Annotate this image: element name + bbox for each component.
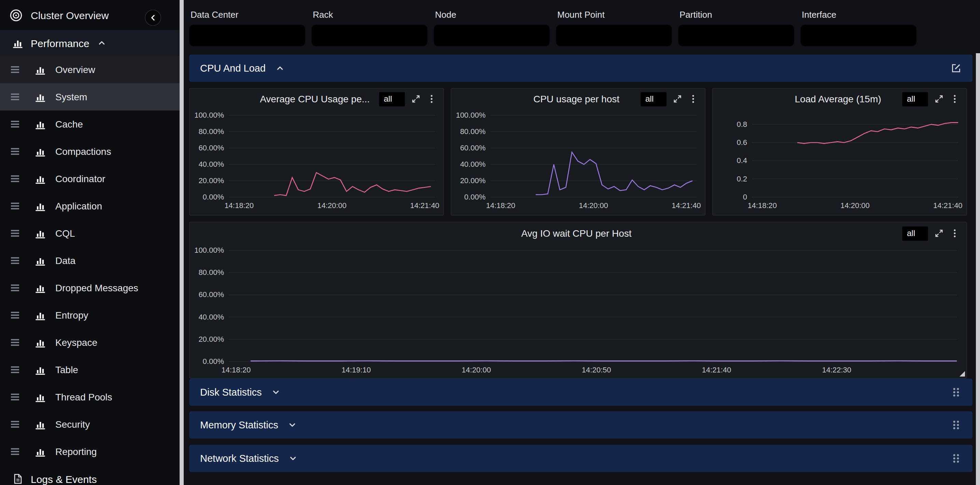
sidebar-item-compactions[interactable]: Compactions xyxy=(0,138,180,165)
data-center-input[interactable] xyxy=(189,25,305,46)
partition-input[interactable] xyxy=(678,25,794,46)
row-disk-statistics[interactable]: Disk Statistics xyxy=(189,379,972,406)
chevron-down-icon xyxy=(272,387,281,397)
chart-avg-io-wait[interactable]: 0.00%20.00%40.00%60.00%80.00%100.00%14:1… xyxy=(190,244,965,377)
drag-handle-icon[interactable] xyxy=(10,201,21,211)
host-select[interactable]: all xyxy=(902,92,928,106)
row-network-statistics[interactable]: Network Statistics xyxy=(189,445,972,472)
sidebar-item-thread-pools[interactable]: Thread Pools xyxy=(0,384,180,411)
drag-handle-icon[interactable] xyxy=(10,391,21,403)
interface-input[interactable] xyxy=(800,25,916,46)
sidebar-item-label: Thread Pools xyxy=(55,391,112,403)
node-input[interactable] xyxy=(434,25,550,46)
page-scrollbar[interactable] xyxy=(976,53,980,485)
sidebar-item-system[interactable]: System xyxy=(0,83,180,111)
sidebar: Cluster Overview Performance Overview Sy… xyxy=(0,0,184,485)
chart-load-average[interactable]: 00.20.40.60.814:18:2014:20:0014:21:40 xyxy=(713,109,966,212)
expand-panel-button[interactable] xyxy=(411,94,421,104)
sidebar-collapse-button[interactable] xyxy=(145,10,161,26)
drag-handle-icon[interactable] xyxy=(10,119,21,130)
panel-title[interactable]: Load Average (15m) xyxy=(780,94,896,105)
panel-avg-io-wait: Avg IO wait CPU per Host all 0.00%20.00%… xyxy=(189,222,967,379)
section-label: Performance xyxy=(31,37,89,49)
host-select[interactable]: all xyxy=(641,92,667,106)
host-select[interactable]: all xyxy=(902,226,928,241)
svg-text:0.4: 0.4 xyxy=(737,156,747,165)
drag-grip-icon[interactable] xyxy=(951,453,962,464)
drag-handle-icon[interactable] xyxy=(10,91,21,102)
row-memory-statistics[interactable]: Memory Statistics xyxy=(189,411,972,439)
mount-point-input[interactable] xyxy=(556,25,672,46)
panel-title[interactable]: CPU usage per host xyxy=(518,94,635,105)
filter-label: Rack xyxy=(313,10,428,20)
kebab-menu-icon xyxy=(688,94,698,104)
expand-panel-button[interactable] xyxy=(934,228,944,238)
drag-grip-icon[interactable] xyxy=(951,420,962,430)
panel-menu-button[interactable] xyxy=(950,228,959,238)
svg-text:14:20:00: 14:20:00 xyxy=(840,201,870,210)
chart-average-cpu-usage[interactable]: 0.00%20.00%40.00%60.00%80.00%100.00%14:1… xyxy=(190,109,443,212)
panel-menu-button[interactable] xyxy=(950,94,959,104)
chart-cpu-usage-per-host[interactable]: 0.00%20.00%40.00%60.00%80.00%100.00%14:1… xyxy=(452,109,705,212)
sidebar-item-dropped-messages[interactable]: Dropped Messages xyxy=(0,274,180,301)
drag-handle-icon[interactable] xyxy=(10,255,21,266)
sidebar-item-reporting[interactable]: Reporting xyxy=(0,438,180,465)
svg-text:80.00%: 80.00% xyxy=(198,268,224,277)
drag-handle-icon[interactable] xyxy=(10,446,21,457)
sidebar-item-keyspace[interactable]: Keyspace xyxy=(0,329,180,356)
svg-text:14:20:00: 14:20:00 xyxy=(579,201,608,210)
sidebar-item-cql[interactable]: CQL xyxy=(0,220,180,247)
sidebar-item-cache[interactable]: Cache xyxy=(0,111,180,138)
sidebar-item-table[interactable]: Table xyxy=(0,356,180,384)
drag-grip-icon[interactable] xyxy=(951,387,962,398)
drag-handle-icon[interactable] xyxy=(10,337,21,348)
svg-text:40.00%: 40.00% xyxy=(460,160,485,168)
svg-text:14:18:20: 14:18:20 xyxy=(486,201,515,210)
sidebar-item-security[interactable]: Security xyxy=(0,411,180,438)
panel-title[interactable]: Average CPU Usage pe... xyxy=(257,94,373,105)
sidebar-section-performance[interactable]: Performance xyxy=(0,30,180,56)
sidebar-item-label: Keyspace xyxy=(55,337,97,348)
sidebar-item-logs-events[interactable]: Logs & Events xyxy=(0,465,180,485)
sidebar-scrollbar[interactable] xyxy=(180,0,184,485)
document-icon xyxy=(12,473,23,484)
filter-node: Node xyxy=(434,7,550,46)
filter-rack: Rack xyxy=(312,7,428,46)
svg-text:100.00%: 100.00% xyxy=(194,111,224,119)
edit-row-button[interactable] xyxy=(951,63,962,74)
chevron-left-icon xyxy=(148,13,158,22)
panel-title[interactable]: Avg IO wait CPU per Host xyxy=(257,228,896,239)
row-cpu-and-load[interactable]: CPU And Load xyxy=(189,55,972,82)
svg-text:60.00%: 60.00% xyxy=(198,144,224,152)
filter-label: Node xyxy=(435,10,550,20)
drag-handle-icon[interactable] xyxy=(10,419,21,430)
drag-handle-icon[interactable] xyxy=(10,146,21,157)
drag-handle-icon[interactable] xyxy=(10,228,21,239)
bar-chart-icon xyxy=(35,446,46,457)
app-title: Cluster Overview xyxy=(31,9,108,21)
drag-handle-icon[interactable] xyxy=(10,173,21,184)
panel-resize-handle[interactable] xyxy=(959,371,965,377)
bar-chart-icon xyxy=(35,337,46,348)
rack-input[interactable] xyxy=(312,25,428,46)
sidebar-item-coordinator[interactable]: Coordinator xyxy=(0,165,180,192)
drag-handle-icon[interactable] xyxy=(10,282,21,293)
sidebar-item-label: System xyxy=(55,91,87,102)
panel-menu-button[interactable] xyxy=(688,94,698,104)
sidebar-item-application[interactable]: Application xyxy=(0,192,180,220)
host-select[interactable]: all xyxy=(379,92,405,106)
kebab-menu-icon xyxy=(950,228,959,238)
bar-chart-icon xyxy=(35,146,46,157)
expand-panel-button[interactable] xyxy=(673,94,682,104)
filter-interface: Interface xyxy=(800,7,916,46)
sidebar-item-entropy[interactable]: Entropy xyxy=(0,301,180,329)
sidebar-item-data[interactable]: Data xyxy=(0,247,180,274)
svg-text:0.8: 0.8 xyxy=(737,120,747,128)
sidebar-item-overview[interactable]: Overview xyxy=(0,56,180,83)
expand-panel-button[interactable] xyxy=(934,94,944,104)
drag-handle-icon[interactable] xyxy=(10,64,21,75)
drag-handle-icon[interactable] xyxy=(10,310,21,320)
svg-text:100.00%: 100.00% xyxy=(194,246,224,254)
panel-menu-button[interactable] xyxy=(427,94,436,104)
drag-handle-icon[interactable] xyxy=(10,364,21,375)
